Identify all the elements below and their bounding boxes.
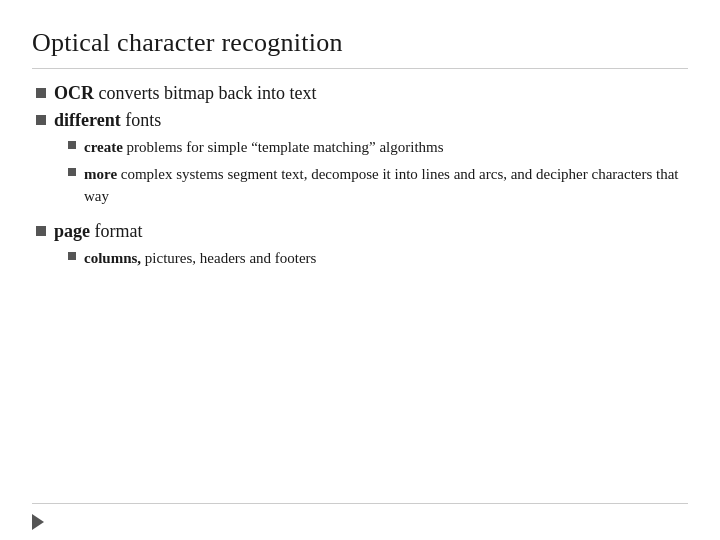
content-area: OCR converts bitmap back into text diffe… (32, 83, 688, 270)
bullet-prefix-ocr: OCR (54, 83, 94, 103)
bullet-rest-more: complex systems segment text, decompose … (84, 166, 679, 204)
nav-arrow-right[interactable] (32, 514, 44, 530)
slide-title: Optical character recognition (32, 28, 688, 58)
bullet-icon-ocr (36, 88, 46, 98)
bullet-icon-different (36, 115, 46, 125)
bullet-text-page: page format (54, 221, 142, 242)
bullet-prefix-page: page (54, 221, 90, 241)
bullet-icon-columns (68, 252, 76, 260)
bullet-rest-columns: pictures, headers and footers (145, 250, 317, 266)
bullet-more-complex: more complex systems segment text, decom… (36, 164, 688, 208)
bullet-icon-create (68, 141, 76, 149)
bullet-text-columns: columns, pictures, headers and footers (84, 248, 316, 270)
bullet-create-problems: create problems for simple “template mat… (36, 137, 688, 159)
bullet-prefix-create: create (84, 139, 123, 155)
bullet-icon-more (68, 168, 76, 176)
bullet-columns: columns, pictures, headers and footers (36, 248, 688, 270)
bullet-rest-create: problems for simple “template matching” … (127, 139, 444, 155)
bullet-prefix-different: different (54, 110, 121, 130)
bottom-divider (32, 503, 688, 504)
bullet-icon-page (36, 226, 46, 236)
bullet-rest-page: format (95, 221, 143, 241)
bullet-text-different: different fonts (54, 110, 161, 131)
slide: Optical character recognition OCR conver… (0, 0, 720, 540)
bullet-rest-different: fonts (125, 110, 161, 130)
bullet-rest-ocr: converts bitmap back into text (99, 83, 317, 103)
bullet-ocr-converts: OCR converts bitmap back into text (36, 83, 688, 104)
bullet-prefix-more: more (84, 166, 117, 182)
bullet-text-ocr: OCR converts bitmap back into text (54, 83, 316, 104)
bullet-different-fonts: different fonts (36, 110, 688, 131)
bullet-text-create: create problems for simple “template mat… (84, 137, 444, 159)
bullet-prefix-columns: columns, (84, 250, 141, 266)
bullet-text-more: more complex systems segment text, decom… (84, 164, 688, 208)
bullet-page-format: page format (36, 221, 688, 242)
top-divider (32, 68, 688, 69)
